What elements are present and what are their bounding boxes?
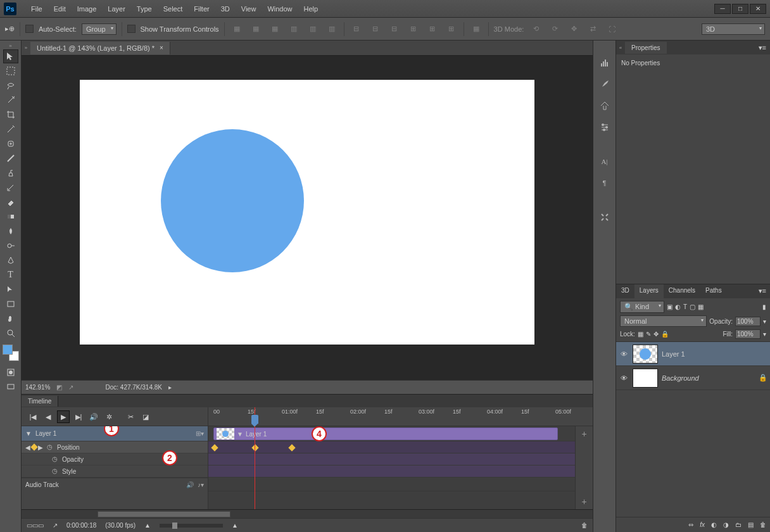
pen-tool[interactable] xyxy=(3,253,18,267)
layers-tab-3d[interactable]: 3D xyxy=(616,284,634,298)
move-tool[interactable] xyxy=(3,49,18,63)
filter-type-icon[interactable]: T xyxy=(683,303,687,310)
filter-toggle[interactable]: ▮ xyxy=(762,303,766,310)
align-vcenter-icon[interactable]: ▦ xyxy=(249,22,263,36)
orbit-3d-icon[interactable]: ⟲ xyxy=(529,22,543,36)
history-brush-tool[interactable] xyxy=(3,180,18,194)
zoom-out-icon[interactable]: ▲ xyxy=(144,522,151,529)
add-video-track-button[interactable]: + xyxy=(581,426,586,441)
type-tool[interactable]: T xyxy=(3,268,18,282)
auto-select-checkbox[interactable] xyxy=(25,25,34,33)
align-right-icon[interactable]: ▥ xyxy=(325,22,339,36)
layer-row[interactable]: 👁 Background 🔒 xyxy=(616,366,770,390)
histogram-panel-icon[interactable] xyxy=(596,54,613,71)
menu-filter[interactable]: Filter xyxy=(188,3,215,15)
layer-group-icon[interactable]: 🗀 xyxy=(735,521,742,528)
timeline-property-style[interactable]: ◷ Style xyxy=(22,466,208,478)
menu-3d[interactable]: 3D xyxy=(215,3,236,15)
prev-frame-button[interactable]: ◀ xyxy=(42,410,54,423)
eraser-tool[interactable] xyxy=(3,195,18,209)
crop-tool[interactable] xyxy=(3,108,18,122)
blur-tool[interactable] xyxy=(3,224,18,238)
settings-button[interactable]: ✲ xyxy=(103,410,115,423)
filter-shape-icon[interactable]: ▢ xyxy=(690,303,695,310)
lock-all-icon[interactable]: 🔒 xyxy=(661,331,669,338)
menu-file[interactable]: File xyxy=(25,3,48,15)
current-time[interactable]: 0:00:00:18 xyxy=(66,522,96,529)
healing-brush-tool[interactable] xyxy=(3,137,18,151)
brush-panel-icon[interactable] xyxy=(596,76,613,92)
playhead[interactable] xyxy=(255,407,255,426)
tab-expand-handle[interactable]: » xyxy=(22,45,30,51)
menu-type[interactable]: Type xyxy=(131,3,158,15)
distribute-vcenter-icon[interactable]: ⊟ xyxy=(369,22,382,36)
scale-3d-icon[interactable]: ⛶ xyxy=(605,22,619,36)
workspace-switcher[interactable]: 3D xyxy=(702,23,765,35)
timeline-trash-icon[interactable]: 🗑 xyxy=(581,522,588,529)
keyframe[interactable] xyxy=(251,444,258,451)
split-clip-button[interactable]: ✂ xyxy=(124,410,137,423)
layer-thumbnail[interactable] xyxy=(633,369,658,388)
timeline-scrollbar[interactable] xyxy=(22,509,593,518)
stopwatch-icon[interactable]: ◷ xyxy=(52,467,60,475)
align-left-icon[interactable]: ▥ xyxy=(287,22,301,36)
adjustment-layer-icon[interactable]: ◑ xyxy=(723,521,729,528)
properties-collapse-handle[interactable]: « xyxy=(616,45,625,51)
screen-mode-tool[interactable] xyxy=(3,380,18,394)
timeline-clip[interactable]: ▼ Layer 1 xyxy=(213,428,558,440)
align-hcenter-icon[interactable]: ▥ xyxy=(306,22,320,36)
distribute-hcenter-icon[interactable]: ⊞ xyxy=(426,22,439,36)
roll-3d-icon[interactable]: ⟳ xyxy=(548,22,562,36)
playhead-line[interactable] xyxy=(255,426,255,509)
properties-menu-icon[interactable]: ▾≡ xyxy=(759,44,770,52)
keyframe[interactable] xyxy=(211,444,218,451)
delete-layer-icon[interactable]: 🗑 xyxy=(760,521,766,528)
filter-pixel-icon[interactable]: ▣ xyxy=(667,303,672,310)
audio-options-icon[interactable]: ♪▾ xyxy=(198,481,204,488)
menu-layer[interactable]: Layer xyxy=(102,3,131,15)
pan-3d-icon[interactable]: ✥ xyxy=(567,22,581,36)
stopwatch-icon[interactable]: ◷ xyxy=(47,443,54,451)
stopwatch-icon[interactable]: ◷ xyxy=(52,455,60,463)
paragraph-panel-icon[interactable]: ¶ xyxy=(596,175,613,191)
prev-keyframe-icon[interactable]: ◀ xyxy=(25,444,30,451)
maximize-button[interactable]: □ xyxy=(732,4,748,14)
transform-controls-checkbox[interactable] xyxy=(127,25,136,33)
slide-3d-icon[interactable]: ⇄ xyxy=(586,22,600,36)
timeline-property-position[interactable]: ◀▶ ◷ Position xyxy=(22,441,208,453)
frame-rate[interactable]: (30.00 fps) xyxy=(105,522,136,529)
go-to-first-frame-button[interactable]: |◀ xyxy=(27,410,39,423)
visibility-icon[interactable]: 👁 xyxy=(619,350,629,358)
zoom-in-icon[interactable]: ▲ xyxy=(232,522,238,529)
fill-flyout-icon[interactable]: ▾ xyxy=(763,331,766,338)
auto-align-icon[interactable]: ▦ xyxy=(469,22,483,36)
save-progress-icon[interactable]: ↗ xyxy=(68,384,73,391)
layer-fx-icon[interactable]: fx xyxy=(700,521,705,528)
menu-edit[interactable]: Edit xyxy=(48,3,72,15)
dodge-tool[interactable] xyxy=(3,239,18,253)
auto-select-dropdown[interactable]: Group xyxy=(82,23,117,35)
tab-close-icon[interactable]: × xyxy=(160,44,163,51)
minimize-button[interactable]: ─ xyxy=(714,4,731,14)
status-flyout-icon[interactable]: ▸ xyxy=(168,384,172,391)
menu-help[interactable]: Help xyxy=(298,3,324,15)
align-top-icon[interactable]: ▦ xyxy=(230,22,244,36)
zoom-tool[interactable] xyxy=(3,326,18,340)
fill-input[interactable]: 100% xyxy=(735,329,761,339)
menu-window[interactable]: Window xyxy=(262,3,298,15)
timeline-tab[interactable]: Timeline xyxy=(22,396,58,407)
distribute-bottom-icon[interactable]: ⊟ xyxy=(388,22,401,36)
layer-row[interactable]: 👁 Layer 1 xyxy=(616,342,770,366)
document-tab[interactable]: Untitled-1 @ 143% (Layer 1, RGB/8) * × xyxy=(30,42,170,54)
menu-select[interactable]: Select xyxy=(158,3,189,15)
layer-filter-kind[interactable]: 🔍 Kind xyxy=(620,301,664,313)
audio-mute-icon[interactable]: 🔊 xyxy=(186,481,194,488)
timeline-property-opacity[interactable]: ◷ Opacity xyxy=(22,453,208,466)
layers-tab-channels[interactable]: Channels xyxy=(664,284,700,298)
chevron-down-icon[interactable]: ▼ xyxy=(25,430,32,437)
filter-smart-icon[interactable]: ▦ xyxy=(698,303,704,310)
marquee-tool[interactable] xyxy=(3,64,18,78)
lasso-tool[interactable] xyxy=(3,79,18,92)
blend-mode-dropdown[interactable]: Normal xyxy=(620,315,707,327)
clone-stamp-tool[interactable] xyxy=(3,166,18,180)
